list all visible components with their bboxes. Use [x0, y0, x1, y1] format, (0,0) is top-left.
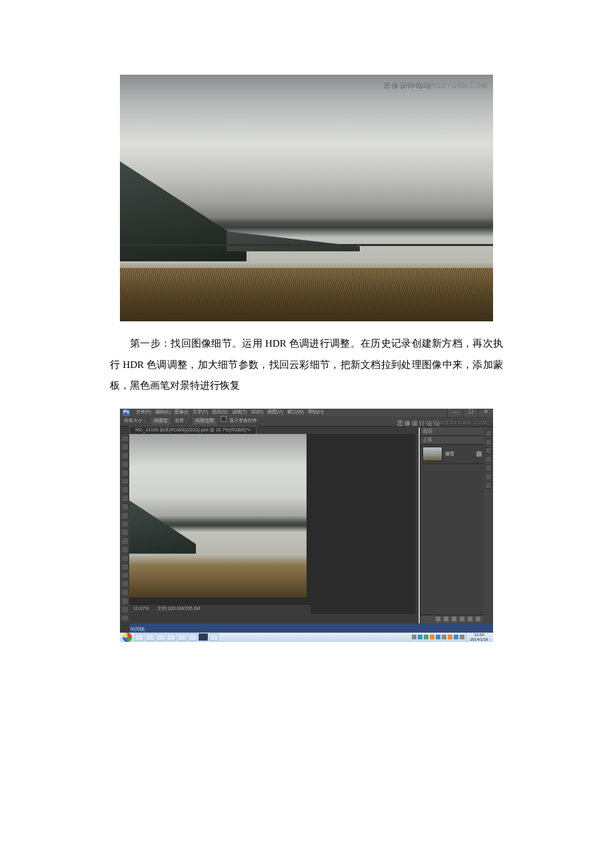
tool-eyedropper-icon[interactable]	[121, 478, 129, 485]
clock-time: 10:59	[468, 633, 490, 637]
timeline-panel-collapsed[interactable]: 时间轴	[129, 623, 493, 633]
taskbar-app-icon[interactable]	[188, 633, 197, 641]
optbar-transform-checkbox[interactable]: 显示变换控件	[221, 416, 257, 426]
figure-landscape-original: 思缘设计论坛 WWW.MISSYUAN.COM	[120, 75, 493, 321]
taskbar-app-icon[interactable]	[156, 633, 165, 641]
system-tray: 10:59 2014/1/19	[412, 633, 493, 642]
ps-logo-icon: Ps	[123, 409, 130, 416]
tray-icon[interactable]	[454, 635, 458, 639]
taskbar-app-icon[interactable]	[177, 633, 187, 641]
taskbar-app-icon[interactable]	[167, 633, 176, 641]
windows-taskbar: 10:59 2014/1/19	[120, 633, 493, 642]
tool-dodge-icon[interactable]	[121, 546, 129, 553]
trash-icon[interactable]	[476, 617, 480, 621]
mask-icon[interactable]	[444, 617, 448, 621]
taskbar-clock[interactable]: 10:59 2014/1/19	[466, 633, 492, 642]
collapsed-panel-icon[interactable]	[485, 456, 492, 463]
tool-path-icon[interactable]	[121, 572, 129, 579]
tray-icon[interactable]	[448, 635, 452, 639]
tool-zoom-icon[interactable]	[121, 597, 129, 605]
tool-healing-icon[interactable]	[121, 486, 129, 493]
tool-brush-icon[interactable]	[121, 495, 129, 502]
tray-icon[interactable]	[460, 635, 464, 639]
tool-shape-icon[interactable]	[121, 580, 129, 587]
layers-footer	[420, 615, 484, 623]
mountain-far-shape	[227, 218, 360, 251]
maximize-button[interactable]: ☐	[462, 409, 478, 417]
folder-icon[interactable]	[452, 617, 456, 621]
optbar-size-label: 画布大小：	[124, 416, 147, 426]
foreground-reeds	[120, 268, 493, 321]
tool-crop-icon[interactable]	[121, 469, 129, 477]
optbar-transform-label: 显示变换控件	[229, 418, 257, 423]
collapsed-panel-strip	[484, 427, 493, 623]
tray-icon[interactable]	[436, 635, 440, 639]
menu-bar: Ps 文件(F) 编辑(E) 图像(I) 文字(Y) 选择(S) 滤镜(T) 3…	[120, 409, 493, 417]
layers-tab[interactable]: 图层	[420, 427, 484, 436]
tool-lasso-icon[interactable]	[121, 452, 129, 459]
close-button[interactable]: ✕	[478, 409, 493, 417]
tool-hand-icon[interactable]	[121, 589, 129, 596]
tool-pen-icon[interactable]	[121, 555, 129, 562]
optbar-preset[interactable]: 画面定	[151, 418, 171, 425]
tool-stamp-icon[interactable]	[121, 503, 129, 511]
tools-panel	[120, 434, 129, 622]
tray-icon[interactable]	[430, 635, 434, 639]
collapsed-panel-icon[interactable]	[485, 473, 492, 480]
layer-thumbnail	[422, 447, 442, 461]
fg-bg-swatch-icon[interactable]	[121, 606, 129, 613]
lock-icon[interactable]	[476, 451, 482, 457]
collapsed-panel-icon[interactable]	[485, 465, 492, 471]
tool-gradient-icon[interactable]	[121, 529, 129, 536]
canvas-status-bar: 16.67% 文档:100.6M/265.8M	[129, 604, 310, 614]
new-layer-icon[interactable]	[468, 617, 472, 621]
layers-panel: 图层 正常 背景	[420, 427, 484, 623]
step-1-paragraph: 第一步：找回图像细节。运用 HDR 色调进行调整。在历史记录创建新方档，再次执行…	[110, 333, 503, 397]
optbar-width-label: 宽度：	[175, 416, 189, 426]
canvas-mountain	[129, 501, 196, 554]
shoreline	[120, 244, 493, 246]
tool-marquee-icon[interactable]	[121, 443, 129, 451]
taskbar-photoshop-icon[interactable]	[199, 633, 208, 641]
tool-blur-icon[interactable]	[121, 537, 129, 545]
document-canvas[interactable]: 16.67% 文档:100.6M/265.8M	[129, 434, 416, 614]
collapsed-panel-icon[interactable]	[485, 430, 492, 437]
layer-row-background[interactable]: 背景	[420, 445, 484, 464]
zoom-value[interactable]: 16.67%	[133, 604, 149, 614]
tool-move-icon[interactable]	[121, 435, 129, 443]
quickmask-icon[interactable]	[121, 615, 129, 622]
checkbox-icon	[221, 416, 227, 422]
tray-icon[interactable]	[412, 635, 416, 639]
adjust-icon[interactable]	[460, 617, 464, 621]
taskbar-app-icon[interactable]	[135, 633, 144, 641]
start-button-icon[interactable]	[123, 633, 132, 642]
fx-icon[interactable]	[436, 617, 440, 621]
layer-name[interactable]: 背景	[445, 449, 454, 459]
minimize-button[interactable]: —	[447, 409, 462, 417]
collapsed-panel-icon[interactable]	[485, 482, 492, 489]
collapsed-panel-icon[interactable]	[485, 447, 492, 454]
tray-icon[interactable]	[418, 635, 422, 639]
layers-toolbar[interactable]: 正常	[420, 436, 484, 445]
tool-history-brush-icon[interactable]	[121, 512, 129, 519]
tool-wand-icon[interactable]	[121, 461, 129, 468]
watermark-url: WWW.MISSYUAN.COM	[404, 79, 488, 93]
tray-icon[interactable]	[442, 635, 446, 639]
taskbar-app-icon[interactable]	[145, 633, 155, 641]
tool-type-icon[interactable]	[121, 563, 129, 571]
taskbar-app-icon[interactable]	[209, 633, 219, 641]
clock-date: 2014/1/19	[468, 637, 490, 642]
doc-size-value: 文档:100.6M/265.8M	[157, 604, 201, 614]
photoshop-window: Ps 文件(F) 编辑(E) 图像(I) 文字(Y) 选择(S) 滤镜(T) 3…	[120, 409, 493, 642]
optbar-preset2[interactable]: 画面范围	[193, 418, 217, 425]
canvas-image	[129, 434, 306, 597]
tool-eraser-icon[interactable]	[121, 521, 129, 528]
window-controls: — ☐ ✕	[447, 409, 493, 417]
collapsed-panel-icon[interactable]	[485, 439, 492, 445]
tray-icon[interactable]	[424, 635, 428, 639]
